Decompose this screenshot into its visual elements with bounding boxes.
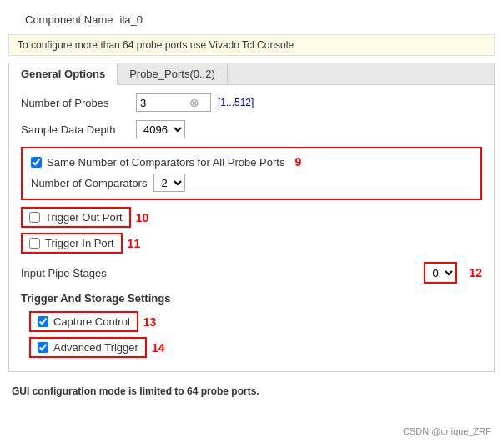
trigger-out-port-checkbox[interactable]	[29, 212, 40, 223]
number-of-probes-input-wrap[interactable]: ⊗	[136, 93, 211, 112]
trigger-storage-section: Trigger And Storage Settings Capture Con…	[21, 292, 482, 358]
tabs-container: General Options Probe_Ports(0..2) Number…	[8, 63, 495, 372]
comparators-section: Same Number of Comparators for All Probe…	[21, 147, 482, 200]
input-pipe-stages-select[interactable]: 0 1 2 3	[425, 264, 455, 282]
advanced-trigger-number: 14	[152, 341, 165, 355]
number-of-probes-label: Number of Probes	[21, 97, 129, 109]
number-of-probes-row: Number of Probes ⊗ [1...512]	[21, 93, 482, 112]
advanced-trigger-section: Advanced Trigger	[29, 337, 147, 358]
trigger-in-port-checkbox[interactable]	[29, 238, 40, 249]
same-number-comparators-checkbox[interactable]	[31, 157, 42, 168]
capture-control-section: Capture Control	[29, 311, 138, 332]
sample-data-depth-select[interactable]: 1024 2048 4096 8192	[136, 120, 185, 138]
number-of-probes-range: [1...512]	[218, 97, 254, 108]
info-bar-text: To configure more than 64 probe ports us…	[18, 39, 294, 51]
tab-content-general: Number of Probes ⊗ [1...512] Sample Data…	[9, 85, 494, 371]
tab-probe-ports[interactable]: Probe_Ports(0..2)	[118, 63, 228, 84]
same-number-comparators-row: Same Number of Comparators for All Probe…	[31, 155, 472, 169]
tab-general[interactable]: General Options	[9, 63, 118, 85]
trigger-in-port-label: Trigger In Port	[45, 237, 114, 249]
footer-text: GUI configuration mode is limited to 64 …	[0, 380, 503, 402]
capture-control-number: 13	[143, 315, 157, 329]
input-pipe-stages-label: Input Pipe Stages	[21, 267, 417, 279]
number-of-probes-input[interactable]	[137, 95, 187, 111]
trigger-out-port-label: Trigger Out Port	[45, 211, 123, 224]
same-number-comparators-number: 9	[294, 155, 301, 169]
trigger-out-port-number: 10	[136, 211, 149, 224]
sample-data-depth-label: Sample Data Depth	[21, 123, 129, 136]
info-bar: To configure more than 64 probe ports us…	[8, 34, 495, 56]
input-pipe-stages-row: Input Pipe Stages 0 1 2 3 12	[21, 262, 482, 284]
trigger-storage-settings: Capture Control 13 Advanced Trigger 14	[29, 311, 482, 358]
input-pipe-stages-number: 12	[469, 266, 482, 279]
component-name-label: Component Name	[25, 13, 113, 26]
trigger-in-port-section: Trigger In Port	[21, 233, 123, 254]
number-of-comparators-select[interactable]: 1 2 3 4	[153, 174, 185, 192]
capture-control-checkbox[interactable]	[38, 316, 48, 327]
tabs-header: General Options Probe_Ports(0..2)	[9, 63, 494, 85]
watermark: CSDN @unique_ZRF	[403, 426, 491, 436]
trigger-in-port-number: 11	[128, 237, 141, 250]
advanced-trigger-checkbox[interactable]	[38, 342, 48, 353]
component-name-value: ila_0	[120, 13, 143, 26]
number-of-comparators-row: Number of Comparators 1 2 3 4	[31, 174, 472, 192]
trigger-storage-title: Trigger And Storage Settings	[21, 292, 482, 305]
sample-data-depth-row: Sample Data Depth 1024 2048 4096 8192	[21, 120, 482, 138]
number-of-probes-clear-icon[interactable]: ⊗	[187, 96, 202, 109]
capture-control-label: Capture Control	[53, 315, 130, 328]
number-of-comparators-label: Number of Comparators	[31, 177, 147, 189]
trigger-out-port-section: Trigger Out Port	[21, 207, 131, 228]
input-pipe-stages-select-wrap: 0 1 2 3	[424, 262, 457, 284]
same-number-comparators-label: Same Number of Comparators for All Probe…	[47, 156, 284, 169]
advanced-trigger-label: Advanced Trigger	[53, 341, 138, 354]
